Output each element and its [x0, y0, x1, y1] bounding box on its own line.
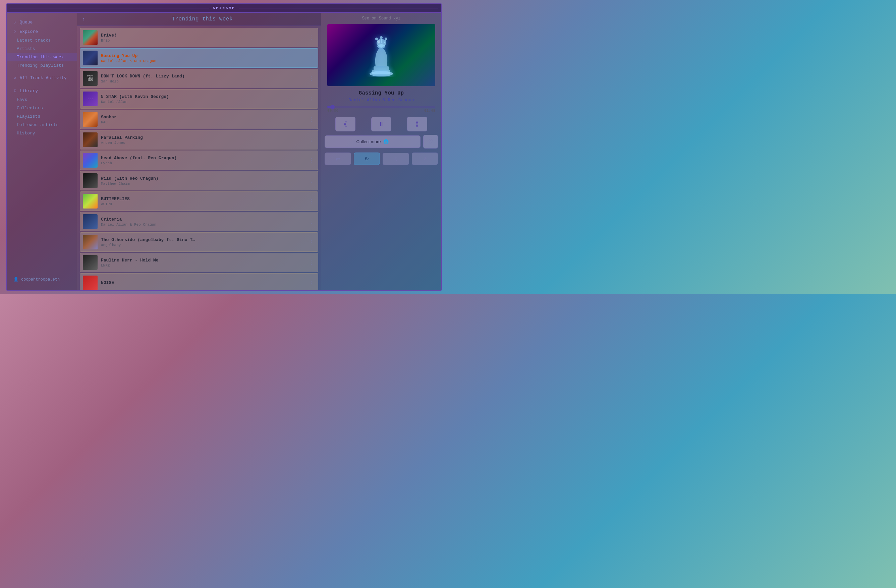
- track-artist: Lyrah: [101, 161, 304, 165]
- track-more-button[interactable]: ⋮: [307, 115, 315, 124]
- track-thumbnail: [83, 112, 98, 127]
- share-button[interactable]: ↗: [412, 152, 438, 165]
- track-info: Head Above (feat. Reo Cragun) Lyrah: [101, 155, 304, 165]
- progress-container[interactable]: 00:06 01:48: [321, 106, 441, 113]
- track-thumbnail: [83, 153, 98, 168]
- track-item[interactable]: ··· 5 STAR (with Kevin George) Daniel Al…: [80, 89, 318, 109]
- collect-more-button[interactable]: Collect more 🌐: [325, 136, 421, 148]
- collect-globe-icon: 🌐: [383, 139, 389, 144]
- heart-button[interactable]: ♡: [423, 135, 438, 149]
- track-name: DON'T LOOK DOWN (ft. Lizzy Land): [101, 74, 304, 79]
- sidebar-item-trending-week[interactable]: Trending this week: [7, 53, 77, 61]
- sidebar-item-trending-playlists[interactable]: Trending playlists: [7, 61, 77, 70]
- explore-icon: ○: [14, 29, 16, 34]
- sidebar-user[interactable]: 👤 coopahtroopa.eth: [7, 274, 77, 285]
- track-info: NOISE: [101, 280, 304, 286]
- sidebar-item-explore[interactable]: ○ Explore: [7, 27, 77, 36]
- title-bar-line-left: [10, 8, 209, 8]
- see-on-sound-link[interactable]: See on Sound.xyz: [321, 13, 441, 24]
- track-thumbnail: [83, 276, 98, 290]
- pause-button[interactable]: ⏸: [371, 117, 391, 131]
- svg-rect-2: [373, 66, 389, 70]
- sidebar-divider-3: [7, 137, 77, 141]
- track-item[interactable]: Gassing You Up Daniel Allan & Reo Cragun…: [80, 48, 318, 68]
- track-item[interactable]: Head Above (feat. Reo Cragun) Lyrah ⋮: [80, 151, 318, 170]
- title-bar-line-right: [239, 8, 438, 8]
- track-name: Drive!: [101, 33, 304, 38]
- track-item[interactable]: The Otherside (angelbaby ft. Gino T… ang…: [80, 232, 318, 252]
- track-name: BUTTERFLIES: [101, 197, 304, 201]
- track-more-button[interactable]: ⋮: [307, 156, 315, 165]
- track-info: Gassing You Up Daniel Allan & Reo Cragun: [101, 53, 304, 63]
- sidebar-item-collectors[interactable]: Collectors: [7, 104, 77, 112]
- title-bar: SPINAMP: [7, 4, 441, 13]
- shuffle-button[interactable]: ⇄: [325, 152, 351, 165]
- track-item[interactable]: Drive! Brío ⋮: [80, 28, 318, 47]
- track-more-button[interactable]: ⋮: [307, 197, 315, 206]
- track-more-button[interactable]: ⋮: [307, 136, 315, 145]
- track-info: Wild (with Reo Cragun) Matthew Chaim: [101, 176, 304, 186]
- track-more-button[interactable]: ⋮: [307, 74, 315, 83]
- track-item[interactable]: BUTTERFLIES ASTRO ⋮: [80, 191, 318, 211]
- back-button[interactable]: ‹: [82, 17, 84, 22]
- app-window: SPINAMP ♪ Queue ○ Explore Latest tracks …: [6, 3, 442, 291]
- track-more-button[interactable]: ⋮: [307, 33, 315, 42]
- track-info: Pauline Herr - Hold Me LNRZ: [101, 258, 304, 268]
- track-artist: Arden Jones: [101, 141, 304, 145]
- forward-button[interactable]: ⟫: [407, 117, 427, 131]
- track-name: Sonhar: [101, 115, 304, 120]
- queue-button[interactable]: ♫: [382, 153, 409, 165]
- track-item[interactable]: Wild (with Reo Cragun) Matthew Chaim ⋮: [80, 171, 318, 190]
- track-more-button[interactable]: ⋮: [307, 238, 315, 247]
- chess-queen-art: [366, 34, 396, 77]
- sidebar-item-artists[interactable]: Artists: [7, 44, 77, 53]
- track-item[interactable]: Sonhar RAC ⋮: [80, 110, 318, 129]
- sidebar-item-latest-tracks[interactable]: Latest tracks: [7, 36, 77, 44]
- repeat-button[interactable]: ↻: [354, 152, 380, 165]
- album-art: [327, 24, 435, 86]
- track-item[interactable]: NOISE ⋮: [80, 273, 318, 290]
- collect-more-label: Collect more: [357, 139, 381, 144]
- svg-point-7: [385, 38, 387, 40]
- track-info: Drive! Brío: [101, 33, 304, 43]
- rewind-button[interactable]: ⟪: [335, 117, 355, 131]
- track-more-button[interactable]: ⋮: [307, 53, 315, 63]
- sidebar-item-queue[interactable]: ♪ Queue: [7, 17, 77, 27]
- track-item[interactable]: DON'TLOOKDOWN DON'T LOOK DOWN (ft. Lizzy…: [80, 69, 318, 88]
- track-more-button[interactable]: ⋮: [307, 258, 315, 267]
- track-more-button[interactable]: ⋮: [307, 217, 315, 226]
- sidebar-item-followed-artists[interactable]: Followed artists: [7, 121, 77, 129]
- sidebar-item-library[interactable]: ♫ Library: [7, 86, 77, 96]
- track-item[interactable]: Criteria Daniel Allan & Reo Cragun ⋮: [80, 212, 318, 231]
- track-item[interactable]: Pauline Herr - Hold Me LNRZ ⋮: [80, 253, 318, 272]
- track-item[interactable]: Parallel Parking Arden Jones ⋮: [80, 130, 318, 149]
- sidebar-item-history[interactable]: History: [7, 129, 77, 137]
- sidebar-item-favs[interactable]: Favs: [7, 96, 77, 104]
- svg-rect-1: [372, 70, 390, 75]
- track-info: The Otherside (angelbaby ft. Gino T… ang…: [101, 237, 304, 247]
- track-more-button[interactable]: ⋮: [307, 279, 315, 288]
- track-thumbnail: DON'TLOOKDOWN: [83, 71, 98, 86]
- track-thumbnail: [83, 173, 98, 188]
- track-list: Drive! Brío ⋮ Gassing You Up Daniel Alla…: [77, 26, 321, 290]
- sidebar-divider-2: [7, 83, 77, 86]
- sidebar-item-all-track-activity[interactable]: ↗ All Track Activity: [7, 73, 77, 83]
- track-name: The Otherside (angelbaby ft. Gino T…: [101, 237, 304, 242]
- track-thumbnail: [83, 50, 98, 66]
- track-more-button[interactable]: ⋮: [307, 176, 315, 185]
- center-panel-title: Trending this week: [89, 16, 315, 22]
- time-current: 00:06: [327, 109, 338, 113]
- track-name: Gassing You Up: [101, 53, 304, 58]
- svg-point-6: [380, 36, 382, 39]
- activity-icon: ↗: [14, 75, 16, 81]
- track-name: Head Above (feat. Reo Cragun): [101, 155, 304, 161]
- sidebar: ♪ Queue ○ Explore Latest tracks Artists …: [7, 13, 77, 290]
- now-playing-title: Gassing You Up: [325, 90, 438, 96]
- track-more-button[interactable]: ⋮: [307, 94, 315, 104]
- track-thumbnail: ···: [83, 91, 98, 106]
- sidebar-item-playlists[interactable]: Playlists: [7, 112, 77, 121]
- track-thumbnail: [83, 255, 98, 270]
- svg-point-5: [375, 38, 378, 40]
- progress-bar[interactable]: [327, 106, 435, 108]
- library-icon: ♫: [14, 88, 16, 93]
